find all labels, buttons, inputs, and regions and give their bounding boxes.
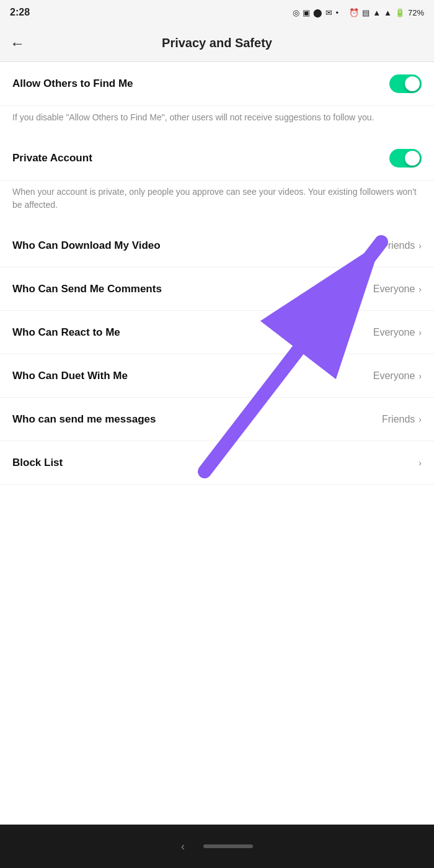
chevron-icon-2: ›: [418, 284, 422, 294]
signal-icon: ▲: [384, 8, 392, 17]
allow-others-row[interactable]: Allow Others to Find Me: [0, 62, 434, 106]
download-video-row[interactable]: Who Can Download My Video Friends ›: [0, 224, 434, 267]
duet-with-me-row[interactable]: Who Can Duet With Me Everyone ›: [0, 354, 434, 398]
mail-icon: ✉: [326, 8, 332, 17]
private-account-label: Private Account: [12, 152, 92, 164]
react-to-me-text: Everyone: [373, 327, 415, 338]
download-video-label: Who Can Download My Video: [12, 239, 161, 252]
toggle-thumb-2: [405, 151, 420, 166]
back-button[interactable]: ←: [10, 36, 25, 51]
status-icons: ◎ ▣ ⬤ ✉ • ⏰ ▤ ▲ ▲ 🔋 72%: [293, 8, 424, 17]
allow-others-description: If you disable "Allow Others to Find Me"…: [0, 106, 434, 136]
duet-with-me-text: Everyone: [373, 370, 415, 382]
react-to-me-row[interactable]: Who Can React to Me Everyone ›: [0, 311, 434, 354]
send-comments-label: Who Can Send Me Comments: [12, 283, 162, 295]
private-account-row[interactable]: Private Account: [0, 136, 434, 181]
bottom-home-pill[interactable]: [203, 844, 253, 848]
chevron-icon: ›: [418, 241, 422, 251]
alarm-icon: ⏰: [349, 8, 359, 17]
page-title: Privacy and Safety: [35, 36, 399, 50]
chevron-icon-5: ›: [418, 414, 422, 424]
private-account-toggle[interactable]: [389, 149, 422, 168]
send-messages-value: Friends ›: [382, 414, 422, 425]
download-video-value: Friends ›: [382, 240, 422, 251]
send-comments-text: Everyone: [373, 284, 415, 295]
location-icon: ◎: [293, 8, 299, 17]
status-bar: 2:28 ◎ ▣ ⬤ ✉ • ⏰ ▤ ▲ ▲ 🔋 72%: [0, 0, 434, 25]
allow-others-toggle[interactable]: [389, 74, 422, 93]
send-messages-row[interactable]: Who can send me messages Friends ›: [0, 398, 434, 441]
bottom-back-icon[interactable]: ‹: [181, 840, 185, 853]
allow-others-label: Allow Others to Find Me: [12, 78, 133, 90]
private-account-description: When your account is private, only peopl…: [0, 181, 434, 224]
send-messages-label: Who can send me messages: [12, 413, 156, 426]
cast-icon: ▤: [362, 8, 370, 17]
wifi-icon: ▲: [373, 8, 381, 17]
duet-with-me-value: Everyone ›: [373, 370, 422, 382]
settings-content: Allow Others to Find Me If you disable "…: [0, 62, 434, 825]
dot-icon: •: [335, 8, 339, 17]
bubble-icon: ⬤: [313, 8, 322, 17]
react-to-me-label: Who Can React to Me: [12, 326, 120, 339]
block-list-value: ›: [418, 458, 422, 468]
send-comments-row[interactable]: Who Can Send Me Comments Everyone ›: [0, 267, 434, 311]
chevron-icon-3: ›: [418, 328, 422, 338]
react-to-me-value: Everyone ›: [373, 327, 422, 338]
battery-percent: 72%: [408, 8, 424, 17]
toggle-thumb: [405, 76, 420, 91]
block-list-label: Block List: [12, 457, 63, 469]
chevron-icon-6: ›: [418, 458, 422, 468]
send-comments-value: Everyone ›: [373, 284, 422, 295]
download-video-text: Friends: [382, 240, 415, 251]
status-time: 2:28: [10, 7, 30, 18]
block-list-row[interactable]: Block List ›: [0, 441, 434, 485]
duet-with-me-label: Who Can Duet With Me: [12, 370, 128, 382]
battery-icon: 🔋: [395, 8, 405, 17]
chevron-icon-4: ›: [418, 371, 422, 381]
bottom-nav-bar: ‹: [0, 825, 434, 868]
page-header: ← Privacy and Safety: [0, 25, 434, 62]
chat-icon: ▣: [303, 8, 310, 17]
send-messages-text: Friends: [382, 414, 415, 425]
